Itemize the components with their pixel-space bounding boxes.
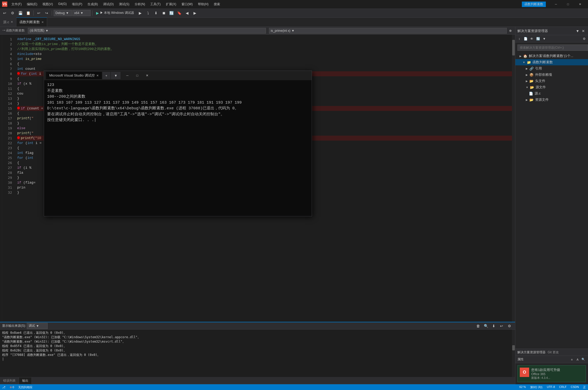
menu-git[interactable]: Git(G) xyxy=(56,2,69,7)
toolbar-btn-1[interactable]: ↩ xyxy=(1,9,8,17)
tab-1[interactable]: 函数判断素数 ✕ xyxy=(16,17,47,27)
redo-button[interactable]: ↪ xyxy=(43,9,50,17)
menu-file[interactable]: 文件(F) xyxy=(9,2,24,7)
bookmark-btn[interactable]: 🔖 xyxy=(176,9,183,17)
se-prop[interactable]: ⚙ xyxy=(581,36,587,42)
toolbar-btn-4[interactable]: 📋 xyxy=(24,9,32,17)
scope-dropdown[interactable]: (全局范围) ▼ xyxy=(28,28,266,34)
debug-mode-dropdown[interactable]: Debug ▼ xyxy=(54,10,72,16)
tree-item-references[interactable]: ▶ 🔗 引用 xyxy=(515,65,588,72)
output-line-3: "函数判断素数.exe" (Win32): 已加载 "C:\Windows\Sy… xyxy=(2,339,510,344)
status-branch[interactable]: 无找到相应 xyxy=(18,385,33,389)
console-tab-dropdown[interactable]: ▼ xyxy=(111,72,121,79)
tree-item-external[interactable]: ▶ 📦 外部依赖项 xyxy=(515,72,588,78)
menu-tools[interactable]: 工具(T) xyxy=(148,2,162,7)
output-scroll-btn[interactable]: ⬇ xyxy=(490,322,497,330)
menu-window[interactable]: 窗口(W) xyxy=(179,2,195,7)
status-cursor[interactable]: 第0行 列1 xyxy=(530,385,543,389)
toolbar-btn-3[interactable]: 💾 xyxy=(17,9,24,17)
restart-btn[interactable]: 🔄 xyxy=(168,9,175,17)
console-tab-close[interactable]: ✕ xyxy=(96,74,99,77)
tree-item-project[interactable]: ▼ 📁 函数判断素数 xyxy=(515,59,588,65)
step-over-btn[interactable]: ⤵ xyxy=(145,9,152,17)
menu-debug[interactable]: 调试(D) xyxy=(101,2,116,7)
se-add-btn[interactable]: 📄 xyxy=(523,36,528,42)
scroll-thumb[interactable] xyxy=(512,40,515,55)
tree-item-sourcec[interactable]: 📄 源.c xyxy=(515,90,588,97)
se-collapse[interactable]: ▼ xyxy=(541,36,547,42)
bottom-tab-errors[interactable]: 错误列表 xyxy=(0,378,19,384)
toolbar: ↩ ⚙ 💾 📋 ↩ ↪ Debug ▼ x64 ▼ ▶ ▶ 本地 Windows… xyxy=(0,8,588,18)
arch-dropdown[interactable]: x64 ▼ xyxy=(72,10,91,16)
bookmark-next[interactable]: ▶ xyxy=(191,9,199,17)
status-errors[interactable]: ⊗ 0 xyxy=(10,386,14,389)
maximize-button[interactable]: □ xyxy=(562,0,574,8)
console-tab-main[interactable]: Microsoft Visual Studio 调试控 ✕ xyxy=(46,72,102,79)
console-maximize[interactable]: □ xyxy=(133,72,142,79)
tab-0[interactable]: 源.c ✕ xyxy=(0,17,16,27)
stop-btn[interactable]: ⏹ xyxy=(160,9,167,17)
attach-button[interactable]: ▶ xyxy=(137,9,144,17)
toolbar-btn-2[interactable]: ⚙ xyxy=(9,9,16,17)
run-button[interactable]: ▶ ▶ 本地 Windows 调试器 xyxy=(94,10,136,16)
output-wrap-btn[interactable]: ↩ xyxy=(498,322,505,330)
output-settings-btn[interactable]: ⚙ xyxy=(506,322,513,330)
status-line-ending[interactable]: CRLF xyxy=(559,385,567,389)
menu-view[interactable]: 视图(V) xyxy=(40,2,55,7)
error-icon: ⊗ xyxy=(10,386,12,389)
status-zoom[interactable]: 62 % xyxy=(520,385,526,389)
menu-edit[interactable]: 编辑(E) xyxy=(25,2,39,7)
step-into-btn[interactable]: ⬇ xyxy=(152,9,160,17)
prop-list-btn[interactable]: ≡ xyxy=(569,357,574,362)
se-footer-tab-se[interactable]: 解决方案资源管理器 xyxy=(517,350,546,355)
function-dropdown[interactable]: is_prime(int x) ▼ xyxy=(269,28,507,34)
tree-item-solution[interactable]: ▶ 🏠 解决方案'函数判断素数'(1个... xyxy=(515,53,588,59)
tree-item-resources[interactable]: ▶ 📂 资源文件 xyxy=(515,97,588,103)
res-arrow: ▶ xyxy=(526,98,528,101)
se-sync-btn[interactable]: ↕ xyxy=(516,36,522,42)
output-scrollbar[interactable] xyxy=(512,330,515,377)
ref-label: 引用 xyxy=(535,66,542,71)
se-refresh[interactable]: 🔄 xyxy=(535,36,541,42)
tree-item-sources[interactable]: ▼ 📂 源文件 xyxy=(515,84,588,90)
se-chevron-down[interactable]: ▼ xyxy=(575,28,580,34)
bottom-tab-output[interactable]: 输出 xyxy=(19,378,32,384)
output-source-label: 显示输出来源(S): xyxy=(2,324,26,328)
menu-extensions[interactable]: 扩展(X) xyxy=(164,2,178,7)
se-footer-tab-git[interactable]: Git 更改 xyxy=(548,350,559,355)
bookmark-prev[interactable]: ◀ xyxy=(184,9,191,17)
prop-search-btn[interactable]: 🔍 xyxy=(581,357,586,362)
output-clear-btn[interactable]: 🗑 xyxy=(474,322,482,330)
console-minimize[interactable]: ─ xyxy=(123,72,132,79)
menu-test[interactable]: 测试(S) xyxy=(117,2,132,7)
minimize-button[interactable]: ─ xyxy=(550,0,562,8)
close-button[interactable]: ✕ xyxy=(574,0,586,8)
se-search-input[interactable] xyxy=(517,45,588,51)
menu-analyze[interactable]: 分析(N) xyxy=(133,2,147,7)
src-label: 源文件 xyxy=(536,85,546,90)
menu-build[interactable]: 生成(B) xyxy=(85,2,100,7)
console-tab-new[interactable]: + xyxy=(102,72,111,79)
output-scroll-thumb[interactable] xyxy=(512,345,515,350)
upgrade-banner[interactable]: O 您有1款应用可升级 Office 365 新版本: 4.3.4... xyxy=(517,365,586,382)
prop-alpha-btn[interactable]: A xyxy=(575,357,580,362)
status-encoding[interactable]: UTF-8 xyxy=(547,385,555,389)
undo-button[interactable]: ↩ xyxy=(35,9,42,17)
tab-1-close[interactable]: ✕ xyxy=(41,21,44,24)
se-close[interactable]: ✕ xyxy=(581,28,586,34)
menu-project[interactable]: 项目(P) xyxy=(70,2,84,7)
console-close[interactable]: ✕ xyxy=(142,72,152,79)
output-area[interactable]: 线程 0x8ae4 已退出，返回值为 0 (0x0)。 "函数判断素数.exe"… xyxy=(0,330,512,377)
scope-expand-btn[interactable]: ⊕ xyxy=(508,28,513,33)
code-editor[interactable]: 1 2 3 4 5 6 7 8 9 10 11 12 13 14 15 16 1… xyxy=(0,35,515,322)
tab-0-close[interactable]: ✕ xyxy=(11,20,13,24)
output-source-dropdown[interactable]: 调试 ▼ xyxy=(27,323,48,329)
tab-bar: 源.c ✕ 函数判断素数 ✕ xyxy=(0,18,588,27)
vertical-scrollbar[interactable] xyxy=(512,35,515,322)
output-search-btn[interactable]: 🔍 xyxy=(482,322,490,330)
tree-item-headers[interactable]: ▶ 📂 头文件 xyxy=(515,78,588,84)
search-box[interactable]: 搜索 xyxy=(212,2,222,7)
menu-help[interactable]: 帮助(H) xyxy=(196,2,211,7)
se-footer-tabs: 解决方案资源管理器 Git 更改 xyxy=(515,349,588,356)
se-show-all[interactable]: 👁 xyxy=(529,36,535,42)
